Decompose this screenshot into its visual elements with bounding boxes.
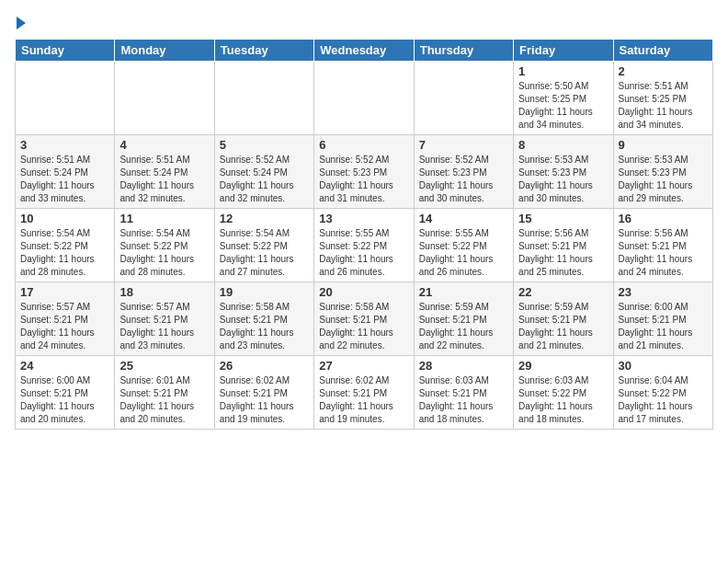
day-info: Sunrise: 5:54 AM Sunset: 5:22 PM Dayligh… [220,227,309,279]
calendar-cell: 16Sunrise: 5:56 AM Sunset: 5:21 PM Dayli… [613,209,712,282]
calendar-cell: 5Sunrise: 5:52 AM Sunset: 5:24 PM Daylig… [214,135,313,209]
day-number: 10 [20,212,109,225]
day-number: 17 [20,285,109,299]
calendar-cell [115,62,214,135]
calendar-cell: 17Sunrise: 5:57 AM Sunset: 5:21 PM Dayli… [16,282,115,356]
logo [15,15,26,29]
day-info: Sunrise: 5:51 AM Sunset: 5:24 PM Dayligh… [20,154,109,205]
day-info: Sunrise: 6:04 AM Sunset: 5:22 PM Dayligh… [619,374,708,426]
day-number: 14 [419,212,508,225]
calendar-cell: 25Sunrise: 6:01 AM Sunset: 5:21 PM Dayli… [115,356,214,430]
day-info: Sunrise: 5:58 AM Sunset: 5:21 PM Dayligh… [220,301,309,352]
day-info: Sunrise: 6:01 AM Sunset: 5:21 PM Dayligh… [119,374,209,426]
weekday-header: Wednesday [314,40,414,62]
day-number: 20 [319,285,408,299]
day-info: Sunrise: 6:03 AM Sunset: 5:21 PM Dayligh… [419,374,508,426]
day-number: 5 [220,138,309,152]
day-number: 25 [119,359,209,373]
day-number: 13 [319,212,408,225]
day-info: Sunrise: 6:03 AM Sunset: 5:22 PM Dayligh… [518,374,608,426]
calendar-cell [414,62,513,135]
day-info: Sunrise: 5:52 AM Sunset: 5:23 PM Dayligh… [419,154,508,205]
day-info: Sunrise: 5:52 AM Sunset: 5:23 PM Dayligh… [319,154,408,205]
day-info: Sunrise: 5:54 AM Sunset: 5:22 PM Dayligh… [119,227,209,279]
weekday-header: Friday [514,40,613,62]
day-info: Sunrise: 5:54 AM Sunset: 5:22 PM Dayligh… [20,227,109,279]
logo-triangle-icon [17,17,26,29]
calendar-cell: 7Sunrise: 5:52 AM Sunset: 5:23 PM Daylig… [414,135,513,209]
calendar-cell: 24Sunrise: 6:00 AM Sunset: 5:21 PM Dayli… [16,356,115,430]
calendar-cell: 8Sunrise: 5:53 AM Sunset: 5:23 PM Daylig… [514,135,613,209]
day-info: Sunrise: 5:53 AM Sunset: 5:23 PM Dayligh… [518,154,608,205]
day-number: 4 [119,138,209,152]
calendar-cell [314,62,414,135]
day-number: 7 [419,138,508,152]
day-info: Sunrise: 5:51 AM Sunset: 5:25 PM Dayligh… [619,80,708,132]
day-number: 11 [119,212,209,225]
header [15,15,713,29]
calendar-cell: 18Sunrise: 5:57 AM Sunset: 5:21 PM Dayli… [115,282,214,356]
weekday-header: Tuesday [214,40,313,62]
day-number: 18 [119,285,209,299]
day-info: Sunrise: 5:56 AM Sunset: 5:21 PM Dayligh… [518,227,608,279]
day-info: Sunrise: 6:00 AM Sunset: 5:21 PM Dayligh… [619,301,708,352]
weekday-header: Thursday [414,40,513,62]
weekday-header: Saturday [613,40,712,62]
calendar-cell: 30Sunrise: 6:04 AM Sunset: 5:22 PM Dayli… [613,356,712,430]
day-info: Sunrise: 5:59 AM Sunset: 5:21 PM Dayligh… [518,301,608,352]
day-number: 26 [220,359,309,373]
calendar-cell: 23Sunrise: 6:00 AM Sunset: 5:21 PM Dayli… [613,282,712,356]
calendar-cell: 13Sunrise: 5:55 AM Sunset: 5:22 PM Dayli… [314,209,414,282]
day-number: 9 [619,138,708,152]
day-info: Sunrise: 5:57 AM Sunset: 5:21 PM Dayligh… [20,301,109,352]
calendar-cell: 11Sunrise: 5:54 AM Sunset: 5:22 PM Dayli… [115,209,214,282]
day-number: 29 [518,359,608,373]
day-info: Sunrise: 5:56 AM Sunset: 5:21 PM Dayligh… [619,227,708,279]
day-info: Sunrise: 5:50 AM Sunset: 5:25 PM Dayligh… [518,80,608,132]
day-info: Sunrise: 5:55 AM Sunset: 5:22 PM Dayligh… [319,227,408,279]
calendar-cell: 6Sunrise: 5:52 AM Sunset: 5:23 PM Daylig… [314,135,414,209]
weekday-header: Sunday [16,40,115,62]
calendar: SundayMondayTuesdayWednesdayThursdayFrid… [15,39,713,430]
calendar-cell: 3Sunrise: 5:51 AM Sunset: 5:24 PM Daylig… [16,135,115,209]
day-info: Sunrise: 5:55 AM Sunset: 5:22 PM Dayligh… [419,227,508,279]
calendar-cell: 20Sunrise: 5:58 AM Sunset: 5:21 PM Dayli… [314,282,414,356]
calendar-cell: 14Sunrise: 5:55 AM Sunset: 5:22 PM Dayli… [414,209,513,282]
calendar-cell: 27Sunrise: 6:02 AM Sunset: 5:21 PM Dayli… [314,356,414,430]
day-number: 2 [619,64,708,78]
day-number: 8 [518,138,608,152]
day-number: 3 [20,138,109,152]
calendar-cell: 28Sunrise: 6:03 AM Sunset: 5:21 PM Dayli… [414,356,513,430]
day-number: 16 [619,212,708,225]
day-info: Sunrise: 5:51 AM Sunset: 5:24 PM Dayligh… [119,154,209,205]
day-number: 22 [518,285,608,299]
day-number: 24 [20,359,109,373]
day-number: 1 [518,64,608,78]
day-number: 28 [419,359,508,373]
day-number: 12 [220,212,309,225]
day-number: 15 [518,212,608,225]
day-info: Sunrise: 5:58 AM Sunset: 5:21 PM Dayligh… [319,301,408,352]
calendar-cell: 15Sunrise: 5:56 AM Sunset: 5:21 PM Dayli… [514,209,613,282]
day-info: Sunrise: 5:59 AM Sunset: 5:21 PM Dayligh… [419,301,508,352]
day-number: 6 [319,138,408,152]
calendar-cell: 2Sunrise: 5:51 AM Sunset: 5:25 PM Daylig… [613,62,712,135]
calendar-cell: 29Sunrise: 6:03 AM Sunset: 5:22 PM Dayli… [514,356,613,430]
day-number: 30 [619,359,708,373]
calendar-cell: 4Sunrise: 5:51 AM Sunset: 5:24 PM Daylig… [115,135,214,209]
calendar-cell: 21Sunrise: 5:59 AM Sunset: 5:21 PM Dayli… [414,282,513,356]
day-info: Sunrise: 6:00 AM Sunset: 5:21 PM Dayligh… [20,374,109,426]
day-info: Sunrise: 5:52 AM Sunset: 5:24 PM Dayligh… [220,154,309,205]
calendar-cell: 12Sunrise: 5:54 AM Sunset: 5:22 PM Dayli… [214,209,313,282]
calendar-cell: 1Sunrise: 5:50 AM Sunset: 5:25 PM Daylig… [514,62,613,135]
day-number: 23 [619,285,708,299]
day-info: Sunrise: 6:02 AM Sunset: 5:21 PM Dayligh… [319,374,408,426]
calendar-cell: 19Sunrise: 5:58 AM Sunset: 5:21 PM Dayli… [214,282,313,356]
weekday-header: Monday [115,40,214,62]
day-number: 27 [319,359,408,373]
calendar-cell: 22Sunrise: 5:59 AM Sunset: 5:21 PM Dayli… [514,282,613,356]
day-number: 21 [419,285,508,299]
calendar-cell [214,62,313,135]
calendar-cell [16,62,115,135]
day-info: Sunrise: 6:02 AM Sunset: 5:21 PM Dayligh… [220,374,309,426]
